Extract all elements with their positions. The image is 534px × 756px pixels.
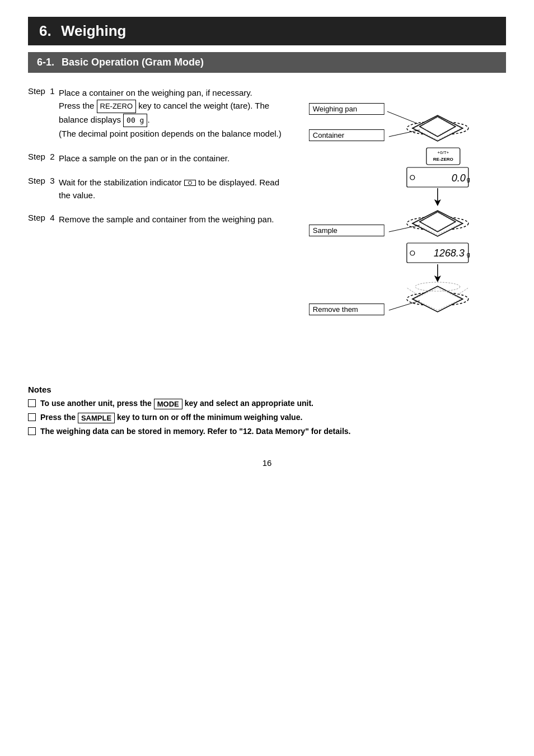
svg-line-32 bbox=[389, 301, 420, 310]
step-1-label: Step 1 bbox=[28, 86, 59, 96]
note-item-2: Press the SAMPLE key to turn on or off t… bbox=[28, 413, 506, 423]
page-number: 16 bbox=[28, 458, 506, 468]
step-3-label: Step 3 bbox=[28, 176, 59, 185]
note-text-2: Press the SAMPLE key to turn on or off t… bbox=[40, 413, 302, 423]
svg-text:0.0: 0.0 bbox=[452, 172, 466, 184]
sample-key: SAMPLE bbox=[78, 413, 115, 423]
note-bullet-icon-2 bbox=[28, 413, 36, 421]
step-4-row: Step 4 Remove the sample and container f… bbox=[28, 213, 291, 226]
svg-text:+0/T+: +0/T+ bbox=[438, 150, 449, 155]
note-bullet-icon-3 bbox=[28, 427, 36, 435]
re-zero-key: RE-ZERO bbox=[97, 100, 137, 113]
stabilization-indicator bbox=[184, 180, 196, 186]
svg-text:RE-ZERO: RE-ZERO bbox=[433, 157, 453, 162]
section-title: 6-1. Basic Operation (Gram Mode) bbox=[28, 52, 506, 73]
steps-column: Step 1 Place a container on the weighing… bbox=[28, 86, 291, 368]
note-bullet-icon-1 bbox=[28, 399, 36, 407]
diagram-column: Weighing pan Container +0/T+ RE-ZERO 0.0… bbox=[302, 86, 506, 368]
notes-section: Notes To use another unit, press the MOD… bbox=[28, 385, 506, 436]
notes-title: Notes bbox=[28, 385, 506, 394]
indicator-dot-icon bbox=[188, 181, 192, 185]
tare-display: 00 g bbox=[123, 114, 147, 127]
weighing-diagram: Weighing pan Container +0/T+ RE-ZERO 0.0… bbox=[302, 92, 506, 366]
step-2-text: Place a sample on the pan or in the cont… bbox=[59, 152, 291, 165]
step-2-label: Step 2 bbox=[28, 152, 59, 161]
weighing-pan-label: Weighing pan bbox=[309, 103, 385, 115]
note-item-3: The weighing data can be stored in memor… bbox=[28, 427, 506, 436]
step-4-label: Step 4 bbox=[28, 213, 59, 222]
step-3-text: Wait for the stabilization indicator to … bbox=[59, 176, 291, 202]
svg-line-5 bbox=[387, 111, 418, 124]
svg-line-20 bbox=[389, 225, 420, 232]
chapter-title: 6. Weighing bbox=[28, 17, 506, 45]
svg-line-6 bbox=[389, 130, 420, 137]
main-content: Step 1 Place a container on the weighing… bbox=[28, 86, 506, 368]
step-1-row: Step 1 Place a container on the weighing… bbox=[28, 86, 291, 141]
container-label: Container bbox=[309, 129, 385, 141]
step-4-text: Remove the sample and container from the… bbox=[59, 213, 291, 226]
sample-label: Sample bbox=[309, 225, 385, 236]
remove-them-label: Remove them bbox=[309, 304, 385, 315]
svg-text:1268.3: 1268.3 bbox=[434, 248, 465, 259]
svg-text:g: g bbox=[467, 176, 470, 183]
note-item-1: To use another unit, press the MODE key … bbox=[28, 399, 506, 409]
note-text-3: The weighing data can be stored in memor… bbox=[40, 427, 350, 436]
step-1-text: Place a container on the weighing pan, i… bbox=[59, 86, 291, 141]
note-text-1: To use another unit, press the MODE key … bbox=[40, 399, 313, 409]
step-3-row: Step 3 Wait for the stabilization indica… bbox=[28, 176, 291, 202]
step-2-row: Step 2 Place a sample on the pan or in t… bbox=[28, 152, 291, 165]
mode-key: MODE bbox=[154, 399, 182, 409]
svg-marker-27 bbox=[413, 286, 463, 312]
svg-text:g: g bbox=[467, 251, 470, 258]
